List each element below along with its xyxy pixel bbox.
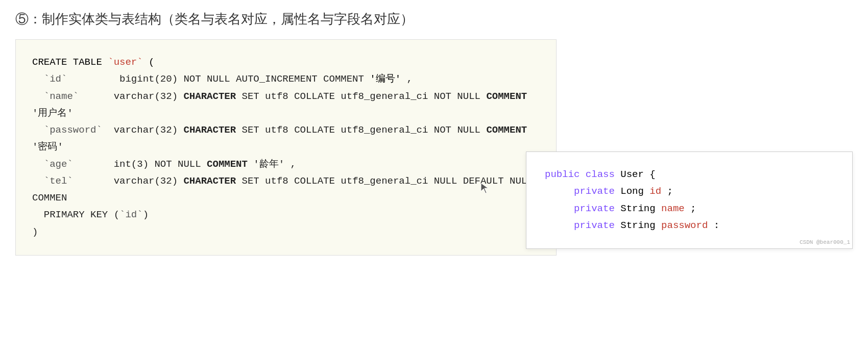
heading-text: ⑤：制作实体类与表结构（类名与表名对应，属性名与字段名对应） [15,11,414,27]
col-id: `id` bigint(20) NOT NULL AUTO_INCREMENT … [32,73,413,85]
col-name: `name` varchar(32) CHARACTER SET utf8 CO… [32,91,527,119]
sql-line-7: PRIMARY KEY (`id`) [32,207,540,223]
java-line-2: private Long id ; [545,183,834,200]
sql-code-block: CREATE TABLE `user` ( `id` bigint(20) NO… [15,39,557,256]
sql-line-6: `tel` varchar(32) CHARACTER SET utf8 COL… [32,173,540,207]
page-heading: ⑤：制作实体类与表结构（类名与表名对应，属性名与字段名对应） [15,10,853,28]
paren-close: ) [32,226,38,238]
mouse-cursor [480,182,490,196]
col-password: `password` varchar(32) CHARACTER SET utf… [32,124,527,153]
watermark-text: CSDN @bear000_1 [800,238,850,247]
col-age: `age` int(3) NOT NULL COMMENT '龄年' , [32,159,296,170]
field-password: password [661,220,708,231]
primary-key: PRIMARY KEY (`id`) [32,209,149,220]
java-code-block: public class User { private Long id ; pr… [526,151,853,249]
cursor-icon [480,182,490,194]
kw-private-2: private [574,203,615,214]
java-line-1: public class User { [545,166,834,183]
sql-line-5: `age` int(3) NOT NULL COMMENT '龄年' , [32,156,540,173]
sql-line-4: `password` varchar(32) CHARACTER SET utf… [32,122,540,156]
col-tel: `tel` varchar(32) CHARACTER SET utf8 COL… [32,175,533,204]
paren-open: ( [143,57,155,68]
content-area: CREATE TABLE `user` ( `id` bigint(20) NO… [15,39,853,256]
kw-private-3: private [574,220,615,231]
java-line-3: private String name ; [545,200,834,217]
sql-line-8: ) [32,224,540,241]
kw-private-1: private [574,186,615,197]
kw-class: class [586,169,615,180]
field-name: name [661,203,685,214]
kw-public: public [545,169,580,180]
backtick-open: `user` [108,57,142,68]
kw-create: CREATE TABLE [32,57,108,68]
sql-line-1: CREATE TABLE `user` ( [32,54,540,71]
page-container: ⑤：制作实体类与表结构（类名与表名对应，属性名与字段名对应） CREATE TA… [0,0,868,354]
sql-line-3: `name` varchar(32) CHARACTER SET utf8 CO… [32,88,540,122]
sql-line-2: `id` bigint(20) NOT NULL AUTO_INCREMENT … [32,71,540,88]
field-id: id [649,186,661,197]
java-line-4: private String password : [545,217,834,234]
